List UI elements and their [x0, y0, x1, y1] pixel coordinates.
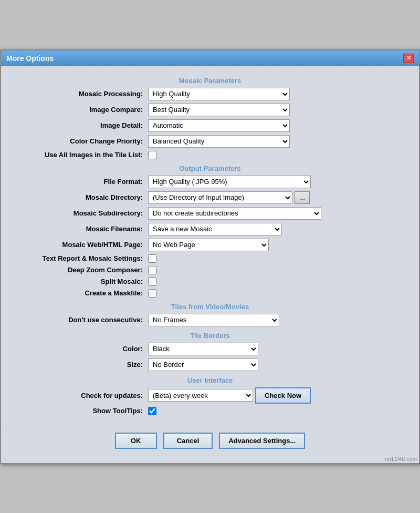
image-detail-row: Image Detail: Automatic Low Medium High [12, 119, 408, 132]
color-change-priority-control: Balanced Quality Color Priority Position… [148, 135, 408, 148]
text-report-checkbox[interactable] [148, 254, 156, 263]
color-change-priority-label: Color Change Priority: [12, 137, 148, 145]
create-maskfile-label: Create a Maskfile: [12, 289, 148, 297]
size-label: Size: [12, 361, 148, 368]
text-report-control [148, 254, 408, 263]
color-change-priority-select[interactable]: Balanced Quality Color Priority Position… [148, 135, 290, 148]
show-tooltips-checkbox[interactable] [148, 407, 156, 415]
advanced-settings-button[interactable]: Advanced Settings... [219, 433, 305, 449]
mosaic-web-html-control: No Web Page Create Web Page [148, 239, 408, 251]
mosaic-filename-select[interactable]: Save a new Mosaic Overwrite original Cus… [148, 223, 282, 235]
image-compare-select[interactable]: Best Quality High Quality Standard Quali… [148, 104, 290, 116]
mosaic-processing-control: High Quality Standard Quality Fast Proce… [148, 88, 408, 100]
use-all-images-label: Use All Images in the Tile List: [12, 151, 148, 159]
split-mosaic-checkbox[interactable] [148, 278, 156, 286]
mosaic-directory-select[interactable]: (Use Directory of Input Image) Custom Di… [148, 191, 292, 204]
tile-borders-header: Tile Borders [12, 332, 408, 340]
mosaic-processing-row: Mosaic Processing: High Quality Standard… [12, 88, 408, 100]
split-mosaic-label: Split Mosaic: [12, 278, 148, 285]
color-control: Black White Red Green Blue [148, 343, 408, 355]
color-row: Color: Black White Red Green Blue [12, 343, 408, 355]
text-report-label: Text Report & Mosaic Settings: [12, 254, 148, 262]
deep-zoom-checkbox[interactable] [148, 266, 156, 274]
size-select[interactable]: No Border 1 pixel 2 pixels 3 pixels [148, 358, 258, 371]
mosaic-filename-control: Save a new Mosaic Overwrite original Cus… [148, 223, 408, 235]
text-report-row: Text Report & Mosaic Settings: [12, 254, 408, 263]
create-maskfile-control [148, 289, 408, 297]
image-compare-row: Image Compare: Best Quality High Quality… [12, 104, 408, 116]
ok-button[interactable]: OK [115, 433, 157, 449]
use-all-images-row: Use All Images in the Tile List: [12, 151, 408, 159]
image-compare-label: Image Compare: [12, 106, 148, 114]
file-format-label: File Format: [12, 178, 148, 186]
mosaic-subdirectory-row: Mosaic Subdirectory: Do not create subdi… [12, 207, 408, 220]
size-control: No Border 1 pixel 2 pixels 3 pixels [148, 358, 408, 371]
file-format-row: File Format: High Quality (.JPG 95%) Sta… [12, 176, 408, 188]
deep-zoom-row: Deep Zoom Composer: [12, 266, 408, 274]
dont-use-consecutive-row: Don't use consecutive: No Frames 2 Frame… [12, 314, 408, 326]
check-for-updates-control: (Beta) every week Every day Every month … [148, 387, 408, 404]
create-maskfile-row: Create a Maskfile: [12, 289, 408, 297]
split-mosaic-row: Split Mosaic: [12, 278, 408, 286]
cancel-button[interactable]: Cancel [163, 433, 213, 449]
show-tooltips-control [148, 407, 408, 415]
content-area: Mosaic Parameters Mosaic Processing: Hig… [1, 66, 419, 426]
file-format-control: High Quality (.JPG 95%) Standard Quality… [148, 176, 408, 188]
mosaic-subdirectory-control: Do not create subdirectories Create subd… [148, 207, 408, 220]
mosaic-web-html-select[interactable]: No Web Page Create Web Page [148, 239, 269, 251]
color-change-priority-row: Color Change Priority: Balanced Quality … [12, 135, 408, 148]
image-compare-control: Best Quality High Quality Standard Quali… [148, 104, 408, 116]
bottom-button-bar: OK Cancel Advanced Settings... [1, 426, 419, 455]
size-row: Size: No Border 1 pixel 2 pixels 3 pixel… [12, 358, 408, 371]
dont-use-consecutive-control: No Frames 2 Frames 5 Frames 10 Frames [148, 314, 408, 326]
color-select[interactable]: Black White Red Green Blue [148, 343, 258, 355]
dont-use-consecutive-label: Don't use consecutive: [12, 316, 148, 324]
check-for-updates-row: Check for updates: (Beta) every week Eve… [12, 387, 408, 404]
mosaic-subdirectory-label: Mosaic Subdirectory: [12, 209, 148, 217]
user-interface-header: User Interface [12, 376, 408, 384]
image-detail-control: Automatic Low Medium High [148, 119, 408, 132]
show-tooltips-label: Show ToolTips: [12, 407, 148, 415]
close-button[interactable]: ✕ [403, 54, 414, 63]
check-for-updates-select[interactable]: (Beta) every week Every day Every month … [148, 389, 253, 402]
window-title: More Options [6, 54, 54, 63]
browse-button[interactable]: ... [295, 191, 310, 204]
tiles-video-header: Tiles from Video/Movies [12, 303, 408, 311]
main-window: More Options ✕ Mosaic Parameters Mosaic … [0, 49, 420, 464]
watermark: rcvLO4D.com [1, 455, 419, 463]
mosaic-directory-label: Mosaic Directory: [12, 193, 148, 201]
mosaic-directory-row: Mosaic Directory: (Use Directory of Inpu… [12, 191, 408, 204]
title-bar: More Options ✕ [1, 50, 419, 66]
deep-zoom-label: Deep Zoom Composer: [12, 266, 148, 274]
color-label: Color: [12, 345, 148, 353]
use-all-images-control [148, 151, 408, 159]
use-all-images-checkbox[interactable] [148, 151, 156, 159]
mosaic-web-html-label: Mosaic Web/HTML Page: [12, 241, 148, 249]
mosaic-directory-control: (Use Directory of Input Image) Custom Di… [148, 191, 408, 204]
mosaic-web-html-row: Mosaic Web/HTML Page: No Web Page Create… [12, 239, 408, 251]
split-mosaic-control [148, 278, 408, 286]
mosaic-subdirectory-select[interactable]: Do not create subdirectories Create subd… [148, 207, 321, 220]
deep-zoom-control [148, 266, 408, 274]
image-detail-label: Image Detail: [12, 121, 148, 129]
mosaic-params-header: Mosaic Parameters [12, 77, 408, 85]
check-for-updates-label: Check for updates: [12, 392, 148, 399]
mosaic-processing-select[interactable]: High Quality Standard Quality Fast Proce… [148, 88, 290, 100]
output-params-header: Output Parameters [12, 165, 408, 172]
file-format-select[interactable]: High Quality (.JPG 95%) Standard Quality… [148, 176, 311, 188]
image-detail-select[interactable]: Automatic Low Medium High [148, 119, 290, 132]
check-now-button[interactable]: Check Now [255, 387, 311, 404]
show-tooltips-row: Show ToolTips: [12, 407, 408, 415]
mosaic-processing-label: Mosaic Processing: [12, 90, 148, 98]
mosaic-filename-row: Mosaic Filename: Save a new Mosaic Overw… [12, 223, 408, 235]
create-maskfile-checkbox[interactable] [148, 289, 156, 297]
mosaic-filename-label: Mosaic Filename: [12, 225, 148, 233]
dont-use-consecutive-select[interactable]: No Frames 2 Frames 5 Frames 10 Frames [148, 314, 279, 326]
